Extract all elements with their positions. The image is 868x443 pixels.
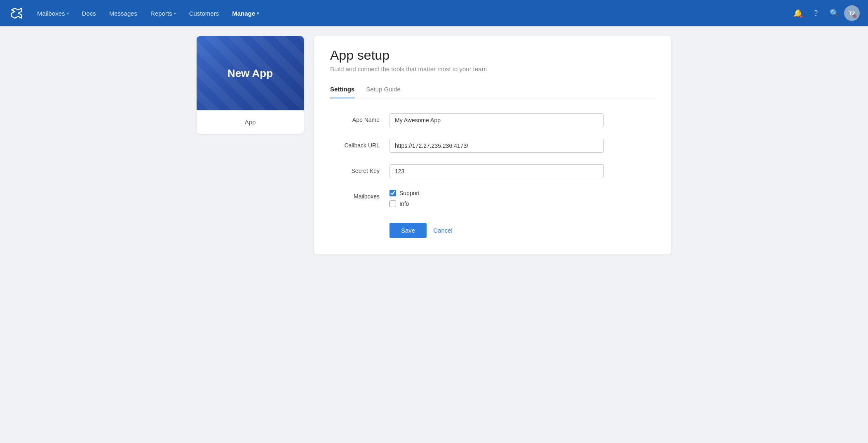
notifications-button[interactable]: 🔔	[790, 5, 806, 21]
setup-subtitle: Build and connect the tools that matter …	[330, 65, 655, 72]
mailboxes-field: Support Info	[389, 190, 604, 211]
avatar[interactable]: TZ	[844, 5, 860, 21]
nav-item-manage[interactable]: Manage ▾	[226, 7, 265, 20]
app-card-banner: New App	[197, 36, 304, 110]
nav-item-customers[interactable]: Customers	[183, 7, 225, 20]
main-content: New App App App setup Build and connect …	[187, 26, 681, 264]
navbar: Mailboxes ▾ Docs Messages Reports ▾ Cust…	[0, 0, 868, 26]
tab-settings[interactable]: Settings	[330, 81, 354, 98]
avatar-status-dot	[853, 14, 856, 18]
secret-key-field	[389, 164, 604, 178]
callback-url-input[interactable]	[389, 139, 604, 153]
mailbox-info-row: Info	[389, 201, 604, 207]
mailboxes-label: Mailboxes	[330, 190, 380, 200]
nav-item-messages[interactable]: Messages	[103, 7, 143, 20]
secret-key-input[interactable]	[389, 164, 604, 178]
notification-dot	[800, 15, 803, 18]
form-row-secret-key: Secret Key	[330, 164, 655, 178]
nav-right: 🔔 ? 🔍 TZ	[790, 5, 860, 21]
mailbox-support-row: Support	[389, 190, 604, 196]
app-card-banner-title: New App	[228, 67, 273, 80]
search-button[interactable]: 🔍	[826, 5, 842, 21]
setup-tabs: Settings Setup Guide	[330, 81, 655, 98]
setup-header: App setup Build and connect the tools th…	[314, 36, 671, 98]
nav-item-mailboxes[interactable]: Mailboxes ▾	[31, 7, 75, 20]
setup-form: App Name Callback URL Secret Key	[314, 98, 671, 254]
nav-item-reports[interactable]: Reports ▾	[145, 7, 182, 20]
help-icon: ?	[814, 9, 818, 18]
chevron-down-icon: ▾	[257, 11, 259, 16]
mailbox-support-checkbox[interactable]	[389, 190, 396, 196]
form-actions: Save Cancel	[330, 223, 655, 238]
chevron-down-icon: ▾	[174, 11, 176, 16]
callback-url-label: Callback URL	[330, 139, 380, 149]
nav-item-docs[interactable]: Docs	[76, 7, 102, 20]
mailbox-info-label: Info	[399, 201, 409, 207]
setup-title: App setup	[330, 48, 655, 63]
cancel-button[interactable]: Cancel	[433, 227, 453, 234]
app-card-label: App	[197, 110, 304, 134]
app-name-label: App Name	[330, 113, 380, 123]
mailbox-info-checkbox[interactable]	[389, 201, 396, 207]
form-row-mailboxes: Mailboxes Support Info	[330, 190, 655, 211]
setup-panel: App setup Build and connect the tools th…	[314, 36, 671, 254]
secret-key-label: Secret Key	[330, 164, 380, 174]
save-button[interactable]: Save	[389, 223, 427, 238]
logo[interactable]	[8, 5, 25, 21]
form-row-callback-url: Callback URL	[330, 139, 655, 153]
app-name-input[interactable]	[389, 113, 604, 127]
form-row-app-name: App Name	[330, 113, 655, 127]
chevron-down-icon: ▾	[67, 11, 69, 16]
mailbox-support-label: Support	[399, 190, 420, 196]
nav-items: Mailboxes ▾ Docs Messages Reports ▾ Cust…	[31, 7, 790, 20]
callback-url-field	[389, 139, 604, 153]
tab-setup-guide[interactable]: Setup Guide	[366, 81, 400, 98]
search-icon: 🔍	[830, 9, 839, 18]
app-card: New App App	[197, 36, 304, 134]
app-name-field	[389, 113, 604, 127]
help-button[interactable]: ?	[808, 5, 824, 21]
